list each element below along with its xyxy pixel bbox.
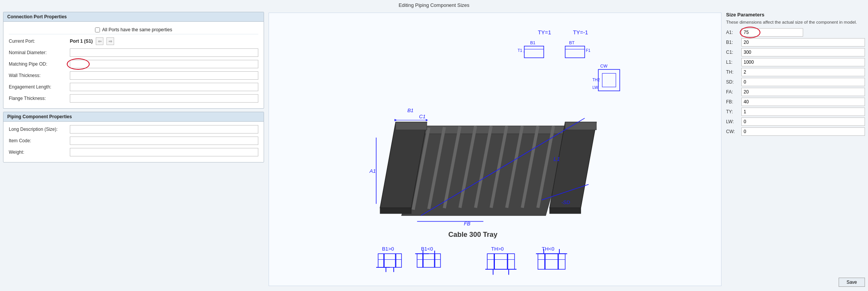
wall-thickness-input[interactable] <box>70 71 258 80</box>
window-title: Editing Piping Component Sizes <box>0 0 868 10</box>
svg-text:A1: A1 <box>369 168 376 174</box>
param-label-fb: FB: <box>726 99 741 105</box>
svg-text:F1: F1 <box>586 48 590 53</box>
all-ports-row: All Ports have the same properties <box>9 25 258 34</box>
wall-thickness-label: Wall Thickness: <box>9 73 70 78</box>
svg-text:C1: C1 <box>419 114 425 119</box>
svg-marker-33 <box>396 122 427 130</box>
connection-port-section: Connection Port Properties All Ports hav… <box>3 12 264 109</box>
piping-component-header: Piping Component Properties <box>3 112 264 122</box>
param-label-lw: LW: <box>726 119 741 124</box>
save-btn-row: Save <box>726 274 865 287</box>
cable-tray-diagram: TY=1 TY=-1 B1 T1 BT F1 CW <box>269 13 721 286</box>
params-container: A1:B1:C1:L1:TH:SD:FA:FB:TY:LW:CW: <box>726 28 865 137</box>
item-code-row: Item Code: <box>9 136 258 145</box>
flange-thickness-input[interactable] <box>70 94 258 103</box>
param-row-th: TH: <box>726 68 865 76</box>
prev-port-button[interactable]: ⇦ <box>96 37 103 45</box>
param-row-sd: SD: <box>726 78 865 86</box>
wall-thickness-row: Wall Thickness: <box>9 71 258 80</box>
long-desc-input[interactable]: Cable Tray 300 <box>70 125 258 133</box>
save-button[interactable]: Save <box>839 278 865 287</box>
a1-input-wrap <box>741 28 865 37</box>
param-row-lw: LW: <box>726 117 865 126</box>
svg-text:T1: T1 <box>518 48 522 53</box>
param-label-a1: A1: <box>726 30 741 35</box>
svg-text:CW: CW <box>600 64 607 68</box>
param-input-lw[interactable] <box>741 117 865 126</box>
piping-component-section: Piping Component Properties Long Descrip… <box>3 112 264 162</box>
param-label-cw: CW: <box>726 129 741 134</box>
param-input-b1[interactable] <box>741 38 865 47</box>
svg-text:BT: BT <box>569 40 575 45</box>
all-ports-label: All Ports have the same properties <box>102 27 172 32</box>
right-panel: Size Parameters These dimensions affect … <box>723 10 868 289</box>
next-port-button[interactable]: ⇨ <box>106 37 114 45</box>
matching-pipe-od-input[interactable]: 75 <box>70 60 258 68</box>
param-input-fa[interactable] <box>741 88 865 96</box>
flange-thickness-label: Flange Thickness: <box>9 96 70 101</box>
long-desc-row: Long Description (Size): Cable Tray 300 <box>9 125 258 134</box>
engagement-length-label: Engagement Length: <box>9 84 70 90</box>
param-input-ty[interactable] <box>741 108 865 116</box>
weight-input[interactable] <box>70 148 258 156</box>
param-input-fb[interactable] <box>741 98 865 106</box>
param-label-c1: C1: <box>726 50 741 55</box>
param-row-c1: C1: <box>726 48 865 56</box>
size-params-title: Size Parameters <box>726 12 865 18</box>
center-panel: TY=1 TY=-1 B1 T1 BT F1 CW <box>267 10 723 289</box>
matching-pipe-od-row: Matching Pipe OD: 75 <box>9 59 258 69</box>
current-port-label: Current Port: <box>9 39 70 44</box>
param-label-l1: L1: <box>726 59 741 65</box>
param-row-a1: A1: <box>726 28 865 37</box>
param-label-th: TH: <box>726 69 741 75</box>
param-input-cw[interactable] <box>741 127 865 136</box>
param-input-sd[interactable] <box>741 78 865 86</box>
nominal-diameter-input[interactable]: 300 <box>70 48 258 57</box>
param-input-th[interactable] <box>741 68 865 76</box>
item-code-label: Item Code: <box>9 138 70 143</box>
svg-marker-32 <box>550 208 581 214</box>
param-row-fb: FB: <box>726 98 865 106</box>
current-port-value: Port 1 (S1) <box>70 39 93 44</box>
param-row-l1: L1: <box>726 58 865 66</box>
param-input-l1[interactable] <box>741 58 865 66</box>
flange-thickness-row: Flange Thickness: <box>9 94 258 103</box>
weight-label: Weight: <box>9 150 70 155</box>
matching-pipe-od-label: Matching Pipe OD: <box>9 61 70 67</box>
svg-text:Cable 300 Tray: Cable 300 Tray <box>448 230 498 238</box>
param-label-ty: TY: <box>726 109 741 114</box>
svg-text:-SD: -SD <box>561 199 570 205</box>
long-desc-label: Long Description (Size): <box>9 127 70 132</box>
param-row-ty: TY: <box>726 108 865 116</box>
current-port-row: Current Port: Port 1 (S1) ⇦ ⇨ <box>9 37 258 46</box>
svg-marker-34 <box>565 122 596 130</box>
nominal-diameter-row: Nominal Diameter: 300 <box>9 48 258 57</box>
svg-text:TY=-1: TY=-1 <box>573 29 588 35</box>
param-label-fa: FA: <box>726 89 741 95</box>
svg-text:B1: B1 <box>530 40 535 45</box>
param-row-b1: B1: <box>726 38 865 47</box>
diagram-area: TY=1 TY=-1 B1 T1 BT F1 CW <box>269 13 721 286</box>
a1-input[interactable] <box>741 28 803 37</box>
all-ports-checkbox[interactable] <box>95 27 100 32</box>
svg-text:TH>0: TH>0 <box>491 246 504 252</box>
port-nav: Port 1 (S1) ⇦ ⇨ <box>70 37 114 45</box>
param-row-cw: CW: <box>726 127 865 136</box>
svg-text:LW: LW <box>593 85 598 90</box>
svg-text:TY=1: TY=1 <box>538 29 551 35</box>
param-label-b1: B1: <box>726 40 741 45</box>
engagement-length-row: Engagement Length: <box>9 82 258 92</box>
svg-text:B1: B1 <box>407 108 414 113</box>
param-row-fa: FA: <box>726 88 865 96</box>
weight-row: Weight: <box>9 148 258 157</box>
param-input-c1[interactable] <box>741 48 865 56</box>
param-label-sd: SD: <box>726 79 741 85</box>
svg-text:B1>0: B1>0 <box>382 246 394 252</box>
item-code-input[interactable] <box>70 137 258 145</box>
nominal-diameter-label: Nominal Diameter: <box>9 50 70 55</box>
connection-port-header: Connection Port Properties <box>3 12 264 22</box>
engagement-length-input[interactable] <box>70 83 258 91</box>
left-panel: Connection Port Properties All Ports hav… <box>0 10 267 289</box>
svg-marker-31 <box>380 208 411 214</box>
